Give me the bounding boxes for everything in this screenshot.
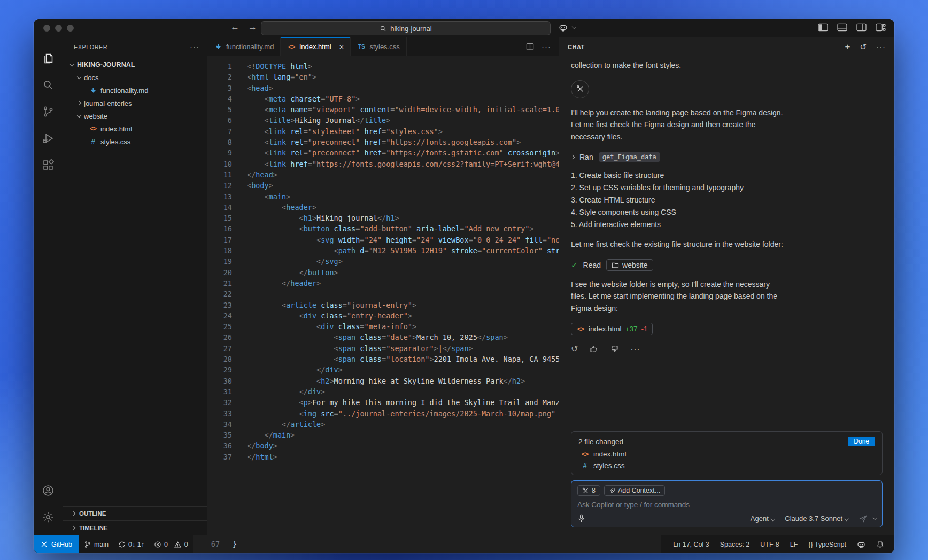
github-remote-button[interactable]: GitHub xyxy=(34,535,79,553)
code-line[interactable]: 28 <span class="location">2201 Imola Ave… xyxy=(207,354,559,364)
code-line[interactable]: 9 <link rel="preconnect" href="https://f… xyxy=(207,147,559,158)
tree-file-styles-css[interactable]: # styles.css xyxy=(63,135,207,148)
code-line[interactable]: 10 <link href="https://fonts.googleapis.… xyxy=(207,159,559,169)
timeline-section[interactable]: TIMELINE xyxy=(63,520,207,535)
code-line[interactable]: 17 <svg width="24" height="24" viewBox="… xyxy=(207,235,559,245)
close-tab-icon[interactable]: × xyxy=(339,42,344,51)
indentation-setting[interactable]: Spaces: 2 xyxy=(715,541,755,548)
back-arrow-icon[interactable]: ← xyxy=(230,22,239,33)
rerun-icon[interactable]: ↺ xyxy=(571,344,578,354)
changed-file-row[interactable]: # styles.css xyxy=(578,462,875,470)
tab-functionality-md[interactable]: functionality.md xyxy=(207,37,281,56)
code-line[interactable]: 16 <button class="add-button" aria-label… xyxy=(207,223,559,234)
tree-folder-docs[interactable]: docs xyxy=(63,71,207,84)
explorer-more-actions-icon[interactable]: ··· xyxy=(190,42,199,51)
encoding-setting[interactable]: UTF-8 xyxy=(755,541,784,548)
thumbs-down-icon[interactable] xyxy=(610,345,618,353)
model-selector[interactable]: Claude 3.7 Sonnet xyxy=(785,515,848,523)
command-center-search[interactable]: hiking-journal xyxy=(261,21,551,35)
chat-input-placeholder[interactable]: Ask Copilot or type / for commands xyxy=(577,501,876,509)
code-line[interactable]: 23 <article class="journal-entry"> xyxy=(207,300,559,310)
source-control-icon[interactable] xyxy=(35,98,61,125)
code-line[interactable]: 37</html> xyxy=(207,452,559,462)
code-line[interactable]: 31 </div> xyxy=(207,386,559,397)
code-line[interactable]: 34 </article> xyxy=(207,419,559,430)
customize-layout-icon[interactable] xyxy=(876,23,886,32)
code-line[interactable]: 7 <link rel="stylesheet" href="styles.cs… xyxy=(207,126,559,137)
tree-file-functionality-md[interactable]: functionality.md xyxy=(63,84,207,97)
problems-indicator[interactable]: 0 0 xyxy=(149,535,193,553)
tree-root-hiking-journal[interactable]: HIKING-JOURNAL xyxy=(63,58,207,71)
add-context-chip[interactable]: Add Context... xyxy=(604,485,665,496)
send-button[interactable] xyxy=(859,515,877,523)
search-sidebar-icon[interactable] xyxy=(35,72,61,98)
done-button[interactable]: Done xyxy=(848,437,875,446)
code-line[interactable]: 3<head> xyxy=(207,83,559,94)
tab-index-html[interactable]: <> index.html × xyxy=(281,37,351,56)
code-line[interactable]: 11</head> xyxy=(207,169,559,180)
code-line[interactable]: 19 </svg> xyxy=(207,256,559,267)
tree-folder-journal-enteries[interactable]: journal-enteries xyxy=(63,97,207,110)
account-icon[interactable] xyxy=(35,477,61,504)
tree-folder-website[interactable]: website xyxy=(63,110,207,122)
chat-history-icon[interactable]: ↺ xyxy=(860,42,867,52)
chat-more-actions-icon[interactable]: ··· xyxy=(876,42,886,51)
code-line[interactable]: 5 <meta name="viewport" content="width=d… xyxy=(207,104,559,115)
code-line[interactable]: 33 <img src="../journal-enteries/images/… xyxy=(207,408,559,419)
forward-arrow-icon[interactable]: → xyxy=(248,22,257,33)
zoom-window-button[interactable] xyxy=(67,25,74,32)
code-line[interactable]: 2<html lang="en"> xyxy=(207,72,559,82)
code-line[interactable]: 4 <meta charset="UTF-8"> xyxy=(207,94,559,104)
code-line[interactable]: 24 <div class="entry-header"> xyxy=(207,310,559,321)
changed-file-row[interactable]: <> index.html xyxy=(578,450,875,458)
code-line[interactable]: 25 <div class="meta-info"> xyxy=(207,321,559,332)
tools-count-chip[interactable]: 8 xyxy=(577,485,600,496)
code-line[interactable]: 12<body> xyxy=(207,180,559,191)
code-line[interactable]: 20 </button> xyxy=(207,267,559,278)
settings-gear-icon[interactable] xyxy=(35,504,61,531)
split-editor-icon[interactable] xyxy=(526,43,534,51)
microphone-icon[interactable] xyxy=(577,514,585,523)
new-chat-icon[interactable]: + xyxy=(845,42,850,52)
toggle-panel-icon[interactable] xyxy=(837,23,847,32)
minimize-window-button[interactable] xyxy=(55,25,62,32)
code-line[interactable]: 8 <link rel="preconnect" href="https://f… xyxy=(207,137,559,147)
tree-file-index-html[interactable]: <> index.html xyxy=(63,122,207,135)
code-line[interactable]: 30 <h2>Morning hike at Skyline Wildernes… xyxy=(207,376,559,386)
code-line[interactable]: 36</body> xyxy=(207,440,559,451)
code-line[interactable]: 32 <p>For my hike this morning I did the… xyxy=(207,397,559,408)
eol-setting[interactable]: LF xyxy=(785,541,803,548)
mode-selector[interactable]: Agent xyxy=(751,515,774,523)
tool-run-row[interactable]: Ran get_Figma_data xyxy=(571,152,883,162)
sync-indicator[interactable]: 0↓ 1↑ xyxy=(113,535,149,553)
code-editor[interactable]: 1<!DOCTYPE html>2<html lang="en">3<head>… xyxy=(207,56,559,535)
copilot-menu[interactable] xyxy=(559,23,576,32)
notifications-bell-icon[interactable] xyxy=(871,540,889,548)
code-line[interactable]: 29 </div> xyxy=(207,364,559,375)
explorer-icon[interactable] xyxy=(35,45,61,72)
thumbs-up-icon[interactable] xyxy=(590,345,598,353)
code-line[interactable]: 18 <path d="M12 5V19M5 12H19" stroke="cu… xyxy=(207,245,559,256)
chat-input-box[interactable]: 8 Add Context... Ask Copilot or type / f… xyxy=(571,480,883,527)
website-folder-chip[interactable]: website xyxy=(606,259,653,271)
run-debug-icon[interactable] xyxy=(35,125,61,152)
tab-styles-css[interactable]: TS styles.css xyxy=(351,37,406,56)
code-line[interactable]: 1<!DOCTYPE html> xyxy=(207,61,559,72)
message-more-icon[interactable]: ··· xyxy=(630,344,640,353)
toggle-primary-sidebar-icon[interactable] xyxy=(818,23,828,32)
code-line[interactable]: 35 </main> xyxy=(207,430,559,440)
code-line[interactable]: 6 <title>Hiking Journal</title> xyxy=(207,115,559,126)
code-line[interactable]: 22 xyxy=(207,289,559,299)
file-diff-chip[interactable]: <> index.html +37 -1 xyxy=(571,323,653,335)
close-window-button[interactable] xyxy=(43,25,50,32)
extensions-icon[interactable] xyxy=(35,152,61,178)
code-line[interactable]: 14 <header> xyxy=(207,202,559,213)
code-line[interactable]: 26 <span class="date">March 10, 2025</sp… xyxy=(207,332,559,343)
copilot-status-icon[interactable] xyxy=(852,540,870,549)
editor-more-actions-icon[interactable]: ··· xyxy=(542,42,551,51)
branch-indicator[interactable]: main xyxy=(79,535,113,553)
code-line[interactable]: 21 </header> xyxy=(207,278,559,289)
code-line[interactable]: 13 <main> xyxy=(207,191,559,202)
outline-section[interactable]: OUTLINE xyxy=(63,506,207,520)
code-line[interactable]: 27 <span class="separator">|</span> xyxy=(207,343,559,354)
